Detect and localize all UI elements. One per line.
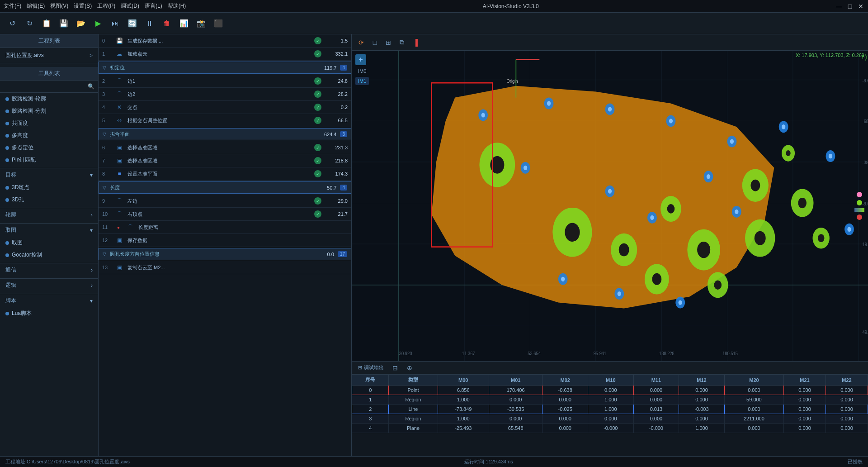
- tool-coplanar[interactable]: 共面度: [0, 117, 98, 129]
- step-row-11[interactable]: 11 ● ⌒ 长度距离: [99, 221, 351, 234]
- vp-btn-refresh[interactable]: ⟳: [355, 37, 367, 48]
- step-row-12[interactable]: 12 ▣ 保存数据: [99, 234, 351, 247]
- category-script-header[interactable]: 脚本 ▾: [0, 294, 98, 307]
- category-comm-header[interactable]: 通信 ›: [0, 263, 98, 276]
- step-row-6[interactable]: 6 ▣ 选择基准区域 ✓ 231.3: [99, 141, 351, 154]
- tool-dot: [5, 110, 9, 113]
- group-value: 50.7: [327, 185, 336, 191]
- menu-view[interactable]: 视图(V): [50, 2, 68, 10]
- vp-btn-layers[interactable]: ⊞: [382, 37, 394, 48]
- tool-dot: [5, 146, 9, 150]
- toolbar-run-button[interactable]: ▶: [91, 17, 105, 30]
- bottom-btn-1[interactable]: ⊟: [389, 362, 401, 374]
- im0-label[interactable]: IM0: [355, 67, 369, 75]
- step-name: 保存数据: [127, 237, 348, 244]
- svg-point-49: [714, 280, 722, 290]
- toolbar-btn-1[interactable]: ↺: [5, 17, 19, 30]
- vp-btn-square[interactable]: □: [369, 37, 381, 48]
- menu-edit[interactable]: 编辑(E): [27, 2, 45, 10]
- step-row-10[interactable]: 10 ⌒ 右顶点 ✓ 21.7: [99, 208, 351, 221]
- table-cell-m00: -25.493: [438, 424, 489, 433]
- category-target-header[interactable]: 目标 ▾: [0, 168, 98, 181]
- viewport-toolbar: ⟳ □ ⊞ ⧉ ▐: [352, 34, 868, 51]
- tool-pin[interactable]: Pin针匹配: [0, 154, 98, 166]
- vp-btn-bars[interactable]: ▐: [410, 37, 421, 48]
- toolbar-stop-button[interactable]: 🗑: [160, 17, 174, 30]
- group-value: 624.4: [324, 132, 337, 137]
- toolbar-btn-7[interactable]: 📸: [194, 17, 208, 30]
- toolbar-btn-5[interactable]: 📂: [74, 17, 88, 30]
- menu-debug[interactable]: 调试(D): [121, 2, 139, 10]
- debug-output-tab[interactable]: ⊞ 调试输出: [355, 363, 387, 372]
- step-row-5[interactable]: 5 ⇔ 根据交点调整位置 ✓ 66.5: [99, 114, 351, 127]
- toolbar-btn-8[interactable]: ⬛: [212, 17, 225, 30]
- menu-project[interactable]: 工程(P): [97, 2, 115, 10]
- tool-3d-hole[interactable]: 3D孔: [0, 194, 98, 206]
- group-value: 0.0: [327, 252, 334, 257]
- tool-gocator[interactable]: Gocator控制: [0, 249, 98, 261]
- group-header-init-pos[interactable]: ▽ 初定位 119.7 4: [99, 62, 351, 74]
- toolbar-btn-6[interactable]: 📊: [177, 17, 191, 30]
- menu-file[interactable]: 文件(F): [4, 2, 21, 10]
- step-row-0[interactable]: 0 💾 生成保存数据.... ✓ 1.5: [99, 34, 351, 48]
- tool-3d-spot[interactable]: 3D斑点: [0, 181, 98, 194]
- category-capture-header[interactable]: 取图 ▾: [0, 224, 98, 237]
- step-row-4[interactable]: 4 ✕ 交点 ✓ 0.2: [99, 101, 351, 114]
- svg-point-43: [750, 180, 760, 191]
- step-name: 边1: [127, 78, 311, 85]
- tool-glue-segment[interactable]: 胶路检测-分割: [0, 105, 98, 117]
- group-value: 119.7: [324, 65, 337, 71]
- search-bar: 🔍: [0, 81, 98, 93]
- search-icon[interactable]: 🔍: [88, 83, 94, 90]
- step-row-9[interactable]: 9 ⌒ 左边 ✓ 29.0: [99, 195, 351, 208]
- step-name: 生成保存数据....: [127, 38, 311, 44]
- menu-language[interactable]: 语言(L): [145, 2, 162, 10]
- tool-label: 3D孔: [12, 196, 24, 204]
- group-header-fit-plane[interactable]: ▽ 拟合平面 624.4 3: [99, 128, 351, 140]
- table-cell-m20: 0.000: [724, 405, 783, 414]
- category-logic-header[interactable]: 逻辑 ›: [0, 279, 98, 292]
- toolbar-btn-3[interactable]: 📋: [40, 17, 53, 30]
- tool-multiheight[interactable]: 多高度: [0, 129, 98, 142]
- toolbar-loop-button[interactable]: 🔄: [126, 17, 139, 30]
- menu-bar[interactable]: 文件(F) 编辑(E) 视图(V) 设置(S) 工程(P) 调试(D) 语言(L…: [4, 2, 186, 10]
- window-controls[interactable]: — □ ✕: [835, 3, 864, 10]
- group-header-length[interactable]: ▽ 长度 50.7 4: [99, 181, 351, 194]
- step-row-2[interactable]: 2 ⌒ 边1 ✓ 24.8: [99, 75, 351, 88]
- step-row-13[interactable]: 13 ▣ 复制点云至IM2...: [99, 261, 351, 274]
- vp-btn-copy[interactable]: ⧉: [396, 37, 408, 48]
- close-button[interactable]: ✕: [857, 3, 864, 10]
- project-item-aivs[interactable]: 圆孔位置度.aivs >: [0, 48, 98, 63]
- add-button[interactable]: +: [355, 54, 366, 65]
- step-row-7[interactable]: 7 ▣ 选择基准区域 ✓ 218.8: [99, 154, 351, 167]
- toolbar-step-button[interactable]: ⏭: [108, 17, 122, 30]
- table-cell-m11: 0.000: [633, 395, 679, 405]
- tool-lua[interactable]: Lua脚本: [0, 307, 98, 319]
- svg-point-65: [730, 139, 734, 143]
- toolbar-btn-4[interactable]: 💾: [57, 17, 71, 30]
- svg-point-69: [608, 189, 612, 193]
- step-value: 24.8: [325, 78, 348, 84]
- step-row-3[interactable]: 3 ⌒ 边2 ✓ 28.2: [99, 88, 351, 101]
- category-contour-header[interactable]: 轮廓 ›: [0, 208, 98, 221]
- im1-label[interactable]: IM1: [355, 77, 369, 85]
- search-input[interactable]: [4, 83, 88, 90]
- tool-glue-contour[interactable]: 胶路检测-轮廓: [0, 93, 98, 105]
- table-cell-id: 4: [352, 424, 389, 433]
- tool-capture[interactable]: 取图: [0, 237, 98, 249]
- menu-help[interactable]: 帮助(H): [168, 2, 186, 10]
- minimize-button[interactable]: —: [835, 3, 843, 10]
- menu-settings[interactable]: 设置(S): [74, 2, 92, 10]
- tool-label: 胶路检测-轮廓: [12, 95, 46, 103]
- tool-multipoint[interactable]: 多点定位: [0, 142, 98, 154]
- maximize-button[interactable]: □: [846, 3, 854, 10]
- bottom-btn-2[interactable]: ⊕: [404, 362, 415, 374]
- toolbar-pause-button[interactable]: ⏸: [143, 17, 156, 30]
- step-row-1[interactable]: 1 ☁ 加载点云 ✓ 332.1: [99, 48, 351, 61]
- table-cell-m20: 2211.000: [724, 414, 783, 424]
- step-row-8[interactable]: 8 ■ 设置基准平面 ✓ 174.3: [99, 167, 351, 181]
- step-value: 1.5: [325, 38, 348, 43]
- step-status-ok: ✓: [314, 104, 321, 111]
- group-header-hole-info[interactable]: ▽ 圆孔长度方向位置信息 0.0 17: [99, 248, 351, 260]
- toolbar-btn-2[interactable]: ↻: [23, 17, 36, 30]
